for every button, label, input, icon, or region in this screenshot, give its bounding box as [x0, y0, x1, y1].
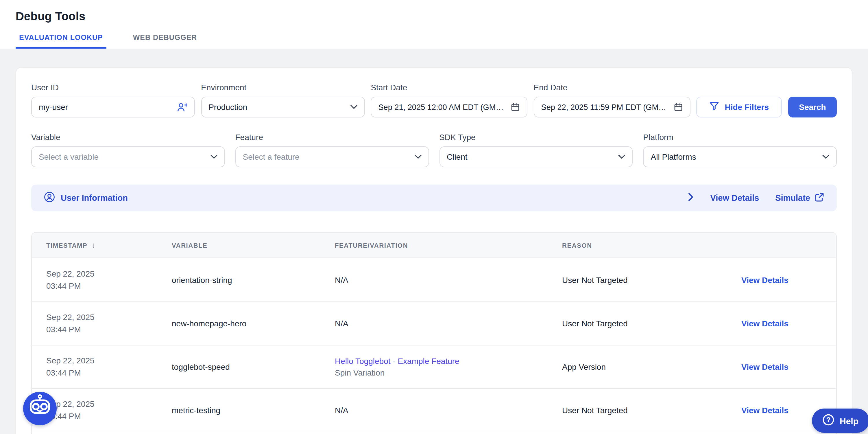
- table-header: TIMESTAMP ↓ VARIABLE FEATURE/VARIATION R…: [32, 233, 836, 258]
- svg-text:?: ?: [826, 416, 830, 424]
- start-date-input[interactable]: Sep 21, 2025 12:00 AM EDT (GM…: [371, 97, 527, 117]
- user-info-view-details-link[interactable]: View Details: [710, 193, 759, 203]
- row-view-details-link[interactable]: View Details: [741, 362, 830, 372]
- top-bar: Debug Tools EVALUATION LOOKUP WEB DEBUGG…: [0, 0, 868, 49]
- reason-value: User Not Targeted: [562, 319, 721, 328]
- calendar-icon: [510, 103, 520, 112]
- calendar-icon: [674, 103, 683, 112]
- environment-label: Environment: [201, 83, 365, 92]
- row-view-details-link[interactable]: View Details: [741, 319, 830, 328]
- feature-placeholder: Select a feature: [243, 152, 410, 162]
- debug-tools-screen: Debug Tools EVALUATION LOOKUP WEB DEBUGG…: [0, 0, 868, 434]
- sort-descending-icon: ↓: [91, 241, 95, 250]
- user-id-label: User ID: [31, 83, 195, 92]
- evaluations-table: TIMESTAMP ↓ VARIABLE FEATURE/VARIATION R…: [31, 232, 837, 434]
- sdk-type-value: Client: [447, 152, 614, 162]
- page-title: Debug Tools: [16, 0, 852, 23]
- filter-row-primary: User ID Environment: [31, 83, 837, 117]
- hide-filters-label: Hide Filters: [725, 103, 769, 112]
- variation-name: Spin Variation: [335, 367, 542, 378]
- timestamp-date: Sep 22, 2025: [46, 311, 152, 323]
- feature-label: Feature: [235, 133, 429, 142]
- tab-web-debugger[interactable]: WEB DEBUGGER: [129, 34, 201, 49]
- timestamp-time: 03:44 PM: [46, 280, 152, 292]
- variable-name: metric-testing: [172, 406, 315, 415]
- table-row: Sep 22, 202503:44 PM orientation-string …: [32, 258, 836, 301]
- start-date-label: Start Date: [371, 83, 527, 92]
- chevron-down-icon: [618, 154, 625, 159]
- tab-evaluation-lookup[interactable]: EVALUATION LOOKUP: [16, 34, 106, 49]
- table-row: Sep 22, 202503:44 PM new-homepage-hero N…: [32, 301, 836, 345]
- variable-name: new-homepage-hero: [172, 319, 315, 328]
- environment-value: Production: [209, 103, 345, 112]
- feature-value: N/A: [335, 319, 542, 328]
- simulate-label: Simulate: [775, 193, 810, 203]
- user-id-value[interactable]: [39, 103, 172, 112]
- variable-name: togglebot-speed: [172, 362, 315, 372]
- chevron-down-icon: [211, 154, 217, 159]
- add-user-icon[interactable]: [177, 102, 187, 112]
- chevron-down-icon: [822, 154, 829, 159]
- funnel-icon: [710, 102, 719, 112]
- start-date-value: Sep 21, 2025 12:00 AM EDT (GM…: [378, 103, 506, 111]
- platform-label: Platform: [643, 133, 837, 142]
- column-header-actions: [727, 233, 836, 258]
- variable-name: orientation-string: [172, 275, 315, 284]
- variable-label: Variable: [31, 133, 225, 142]
- sdk-type-label: SDK Type: [439, 133, 633, 142]
- platform-select[interactable]: All Platforms: [643, 146, 837, 167]
- chevron-right-icon[interactable]: [688, 193, 694, 203]
- search-label: Search: [799, 103, 826, 112]
- column-header-timestamp[interactable]: TIMESTAMP ↓: [32, 233, 157, 258]
- timestamp-date: Sep 22, 2025: [46, 398, 152, 410]
- table-row: [32, 432, 836, 434]
- user-information-title: User Information: [61, 193, 128, 203]
- column-header-feature-variation: FEATURE/VARIATION: [320, 233, 548, 258]
- row-view-details-link[interactable]: View Details: [741, 275, 830, 284]
- question-circle-icon: ?: [822, 414, 834, 428]
- filter-row-secondary: Variable Select a variable Feature Selec…: [31, 133, 837, 167]
- platform-value: All Platforms: [651, 152, 818, 162]
- end-date-input[interactable]: Sep 22, 2025 11:59 PM EDT (GM…: [534, 97, 690, 117]
- column-header-reason: REASON: [548, 233, 727, 258]
- feature-link[interactable]: Hello Togglebot - Example Feature: [335, 355, 542, 367]
- environment-select[interactable]: Production: [201, 97, 365, 117]
- reason-value: User Not Targeted: [562, 406, 721, 415]
- hide-filters-button[interactable]: Hide Filters: [696, 97, 782, 117]
- feature-select[interactable]: Select a feature: [235, 146, 429, 167]
- chevron-down-icon: [350, 105, 357, 109]
- tab-bar: EVALUATION LOOKUP WEB DEBUGGER: [16, 34, 200, 49]
- simulate-link[interactable]: Simulate: [775, 193, 824, 203]
- feature-value: N/A: [335, 406, 542, 415]
- timestamp-date: Sep 22, 2025: [46, 355, 152, 367]
- robot-icon: [23, 390, 57, 427]
- timestamp-date: Sep 22, 2025: [46, 268, 152, 280]
- timestamp-time: 03:44 PM: [46, 367, 152, 379]
- end-date-label: End Date: [534, 83, 690, 92]
- page-body: User ID Environment: [0, 49, 868, 434]
- help-label: Help: [840, 416, 859, 426]
- timestamp-time: 03:44 PM: [46, 323, 152, 336]
- column-header-variable: VARIABLE: [157, 233, 320, 258]
- end-date-value: Sep 22, 2025 11:59 PM EDT (GM…: [541, 103, 669, 111]
- search-button[interactable]: Search: [788, 97, 837, 117]
- variable-placeholder: Select a variable: [39, 152, 206, 162]
- chevron-down-icon: [414, 154, 421, 159]
- timestamp-time: 03:44 PM: [46, 410, 152, 423]
- table-row: Sep 22, 202503:44 PM metric-testing N/A …: [32, 388, 836, 432]
- user-information-banner: User Information View Details Simulate: [31, 184, 837, 211]
- reason-value: App Version: [562, 362, 721, 372]
- external-link-icon: [815, 193, 824, 203]
- user-id-input[interactable]: [31, 97, 195, 117]
- sdk-type-select[interactable]: Client: [439, 146, 633, 167]
- feature-value: N/A: [335, 275, 542, 284]
- user-circle-icon: [44, 192, 55, 204]
- help-button[interactable]: ? Help: [812, 408, 868, 433]
- evaluation-lookup-panel: User ID Environment: [16, 67, 852, 434]
- variable-select[interactable]: Select a variable: [31, 146, 225, 167]
- togglebot-fab[interactable]: [23, 392, 57, 425]
- reason-value: User Not Targeted: [562, 275, 721, 284]
- table-row: Sep 22, 202503:44 PM togglebot-speed Hel…: [32, 345, 836, 388]
